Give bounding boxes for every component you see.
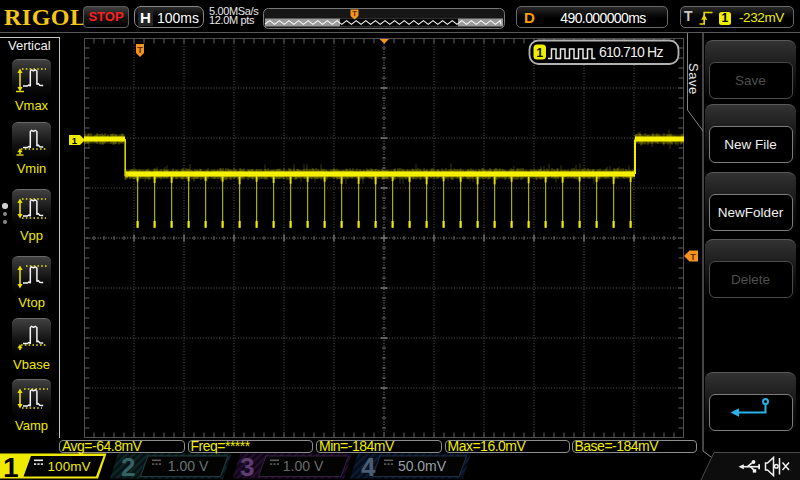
- svg-text:50.0mV: 50.0mV: [398, 458, 447, 474]
- svg-text:1.00 V: 1.00 V: [283, 458, 324, 474]
- svg-text:3: 3: [240, 452, 254, 480]
- svg-text:1: 1: [536, 46, 543, 60]
- svg-text:1: 1: [3, 452, 19, 480]
- svg-text:T: T: [352, 9, 357, 18]
- svg-text:100mV: 100mV: [48, 459, 91, 474]
- svg-text:1.00 V: 1.00 V: [168, 458, 209, 474]
- svg-text:610.710 Hz: 610.710 Hz: [599, 44, 663, 60]
- svg-text:1: 1: [72, 135, 78, 145]
- svg-text:4: 4: [361, 452, 376, 480]
- svg-text:2: 2: [121, 452, 135, 480]
- svg-text:T: T: [137, 45, 143, 55]
